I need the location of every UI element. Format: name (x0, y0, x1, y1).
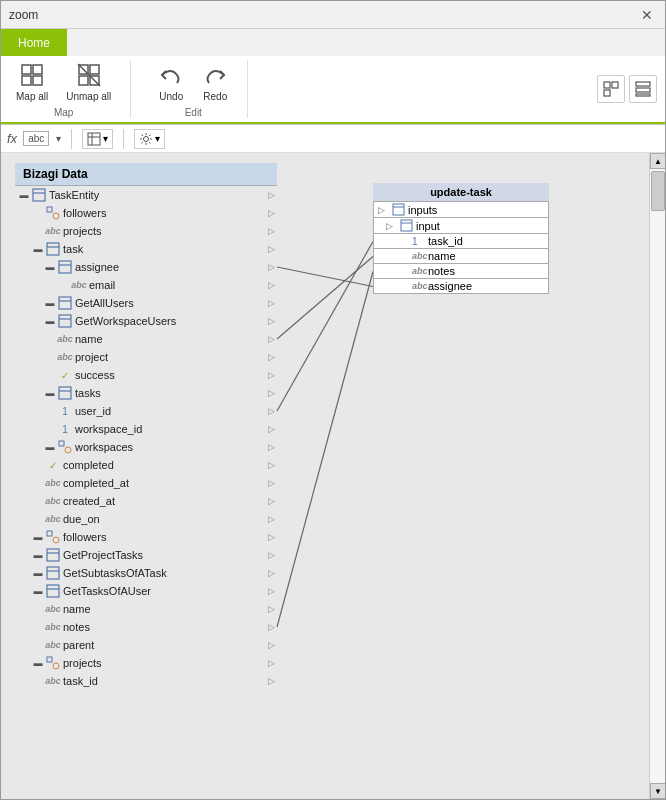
tree-item-success[interactable]: ✓ success ▷ (15, 366, 277, 384)
layout-button-2[interactable] (629, 75, 657, 103)
tree-item-completed[interactable]: ✓ completed ▷ (15, 456, 277, 474)
svg-rect-12 (636, 82, 650, 86)
undo-button[interactable]: Undo (151, 60, 191, 105)
arrow-projects-top: ▷ (268, 226, 277, 236)
label-getworkspaceusers: GetWorkspaceUsers (73, 315, 176, 327)
arrow-due-on: ▷ (268, 514, 277, 524)
formula-table-button[interactable]: ▾ (82, 129, 113, 149)
tree-item-projects-top[interactable]: abc projects ▷ (15, 222, 277, 240)
tree-item-assignee[interactable]: ▬ assignee ▷ (15, 258, 277, 276)
arrow-email: ▷ (268, 280, 277, 290)
tree-item-email[interactable]: abc email ▷ (15, 276, 277, 294)
arrow-created-at: ▷ (268, 496, 277, 506)
tree-item-getallusers[interactable]: ▬ GetAllUsers ▷ (15, 294, 277, 312)
close-button[interactable]: ✕ (637, 5, 657, 25)
tree-item-task-id[interactable]: abc task_id ▷ (15, 672, 277, 690)
tree-item-project[interactable]: abc project ▷ (15, 348, 277, 366)
arrow-name: ▷ (268, 334, 277, 344)
formula-gear-button[interactable]: ▾ (134, 129, 165, 149)
expand-icon-getprojecttasks: ▬ (31, 548, 45, 562)
expand-icon-getworkspaceusers: ▬ (43, 314, 57, 328)
tree-item-name[interactable]: abc name ▷ (15, 330, 277, 348)
left-tree: ▬ TaskEntity ▷ followers (15, 186, 277, 690)
tree-item-getworkspaceusers[interactable]: ▬ GetWorkspaceUsers ▷ (15, 312, 277, 330)
label-tasks: tasks (73, 387, 101, 399)
label-completed-at: completed_at (61, 477, 129, 489)
abc-icon-name2: abc (45, 601, 61, 617)
redo-button[interactable]: Redo (195, 60, 235, 105)
tree-item-workspaces[interactable]: ▬ workspaces ▷ (15, 438, 277, 456)
tab-home[interactable]: Home (1, 29, 67, 56)
tree-item-followers[interactable]: ▬ followers ▷ (15, 528, 277, 546)
tree-item-task[interactable]: ▬ task ▷ (15, 240, 277, 258)
right-label-inputs: inputs (406, 204, 437, 216)
tree-item-user-id[interactable]: 1 user_id ▷ (15, 402, 277, 420)
label-success: success (73, 369, 115, 381)
tree-item-completed-at[interactable]: abc completed_at ▷ (15, 474, 277, 492)
arrow-projects: ▷ (268, 658, 277, 668)
abc-icon-task-id: abc (45, 673, 61, 689)
right-tree-task-id[interactable]: 1 task_id (373, 234, 549, 249)
scroll-up-button[interactable]: ▲ (650, 153, 665, 169)
unmap-all-button[interactable]: Unmap all (59, 60, 118, 105)
scroll-down-button[interactable]: ▼ (650, 783, 665, 799)
left-panel-header: Bizagi Data (15, 163, 277, 186)
tree-item-taskentity[interactable]: ▬ TaskEntity ▷ (15, 186, 277, 204)
map-all-button[interactable]: Map all (9, 60, 55, 105)
right-label-assignee: assignee (426, 280, 472, 292)
scroll-thumb[interactable] (651, 171, 665, 211)
label-gettasksofauser: GetTasksOfAUser (61, 585, 151, 597)
tree-item-gettasksofauser[interactable]: ▬ GetTasksOfAUser ▷ (15, 582, 277, 600)
right-tree-name[interactable]: abc name (373, 249, 549, 264)
title-bar: zoom ✕ (1, 1, 665, 29)
scroll-track[interactable] (650, 169, 665, 783)
ribbon: Home Map all Unmap all (1, 29, 665, 125)
entity-icon-tasks (57, 385, 73, 401)
entity-icon-getworkspaceusers (57, 313, 73, 329)
expand-icon-gettasksofauser: ▬ (31, 584, 45, 598)
expand-icon-project (43, 350, 57, 364)
svg-point-38 (65, 447, 71, 453)
svg-rect-43 (47, 567, 59, 579)
expand-icon-parent (31, 638, 45, 652)
right-tree-input[interactable]: ▷ input (373, 218, 549, 234)
label-task-id: task_id (61, 675, 98, 687)
label-task: task (61, 243, 83, 255)
label-parent: parent (61, 639, 94, 651)
arrow-getworkspaceusers: ▷ (268, 316, 277, 326)
tree-item-getsubtasks[interactable]: ▬ GetSubtasksOfATask ▷ (15, 564, 277, 582)
tree-item-followers-top[interactable]: followers ▷ (15, 204, 277, 222)
vertical-scrollbar[interactable]: ▲ ▼ (649, 153, 665, 799)
svg-rect-1 (33, 65, 42, 74)
abc-icon-parent: abc (45, 637, 61, 653)
tree-item-workspace-id[interactable]: 1 workspace_id ▷ (15, 420, 277, 438)
right-tree-inputs[interactable]: ▷ inputs (373, 202, 549, 218)
tree-item-tasks[interactable]: ▬ tasks ▷ (15, 384, 277, 402)
svg-point-18 (144, 136, 149, 141)
right-tree-assignee[interactable]: abc assignee (373, 279, 549, 294)
expand-icon-task-id (31, 674, 45, 688)
label-notes: notes (61, 621, 90, 633)
tree-item-projects[interactable]: ▬ projects ▷ (15, 654, 277, 672)
tree-item-parent[interactable]: abc parent ▷ (15, 636, 277, 654)
ribbon-group-edit: Undo Redo Edit (151, 60, 248, 118)
tree-item-notes[interactable]: abc notes ▷ (15, 618, 277, 636)
abc-icon-notes: abc (45, 619, 61, 635)
layout-button-1[interactable] (597, 75, 625, 103)
label-created-at: created_at (61, 495, 115, 507)
canvas[interactable]: Bizagi Data ▬ TaskEntity ▷ (1, 153, 649, 799)
svg-point-40 (53, 537, 59, 543)
abc-icon-completed-at: abc (45, 475, 61, 491)
right-tree-notes[interactable]: abc notes (373, 264, 549, 279)
expand-icon-projects-top (31, 224, 45, 238)
formula-type-dropdown[interactable]: ▾ (56, 133, 61, 144)
svg-rect-31 (59, 297, 71, 309)
rel-icon-projects (45, 655, 61, 671)
tree-item-created-at[interactable]: abc created_at ▷ (15, 492, 277, 510)
tree-item-name2[interactable]: abc name ▷ (15, 600, 277, 618)
tree-item-due-on[interactable]: abc due_on ▷ (15, 510, 277, 528)
formula-separator-2 (123, 129, 124, 149)
tree-item-getprojecttasks[interactable]: ▬ GetProjectTasks ▷ (15, 546, 277, 564)
arrow-taskentity: ▷ (268, 190, 277, 200)
svg-rect-5 (90, 65, 99, 74)
